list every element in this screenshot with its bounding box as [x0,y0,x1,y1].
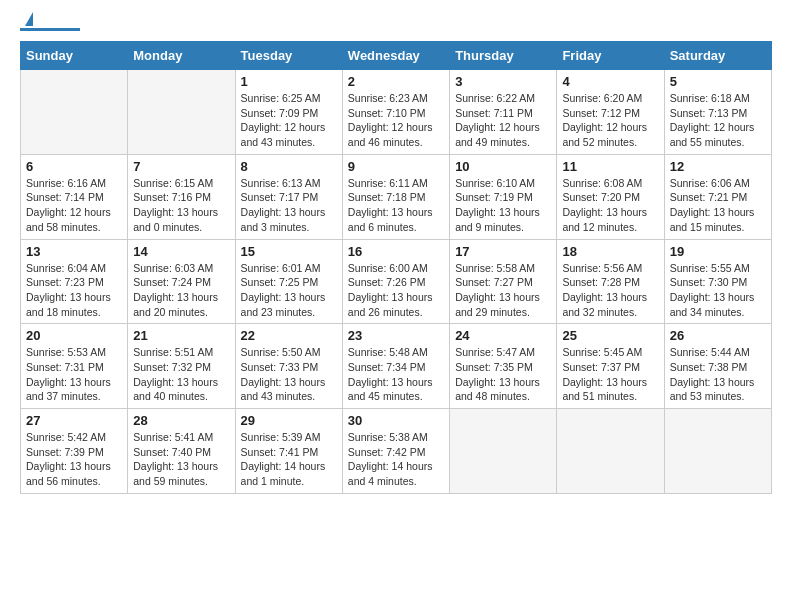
day-number: 14 [133,244,229,259]
calendar-cell: 2Sunrise: 6:23 AMSunset: 7:10 PMDaylight… [342,70,449,155]
calendar-cell: 10Sunrise: 6:10 AMSunset: 7:19 PMDayligh… [450,154,557,239]
day-number: 4 [562,74,658,89]
day-number: 17 [455,244,551,259]
day-number: 10 [455,159,551,174]
logo [20,20,80,31]
calendar-cell: 6Sunrise: 6:16 AMSunset: 7:14 PMDaylight… [21,154,128,239]
calendar-cell: 27Sunrise: 5:42 AMSunset: 7:39 PMDayligh… [21,409,128,494]
calendar-cell: 3Sunrise: 6:22 AMSunset: 7:11 PMDaylight… [450,70,557,155]
day-info: Sunrise: 5:41 AMSunset: 7:40 PMDaylight:… [133,430,229,489]
day-info: Sunrise: 6:13 AMSunset: 7:17 PMDaylight:… [241,176,337,235]
day-info: Sunrise: 5:50 AMSunset: 7:33 PMDaylight:… [241,345,337,404]
day-number: 2 [348,74,444,89]
page-header [20,20,772,31]
calendar-cell: 7Sunrise: 6:15 AMSunset: 7:16 PMDaylight… [128,154,235,239]
day-info: Sunrise: 6:01 AMSunset: 7:25 PMDaylight:… [241,261,337,320]
day-number: 22 [241,328,337,343]
day-info: Sunrise: 6:10 AMSunset: 7:19 PMDaylight:… [455,176,551,235]
calendar-cell: 20Sunrise: 5:53 AMSunset: 7:31 PMDayligh… [21,324,128,409]
day-info: Sunrise: 5:42 AMSunset: 7:39 PMDaylight:… [26,430,122,489]
weekday-header-sunday: Sunday [21,42,128,70]
calendar-cell: 14Sunrise: 6:03 AMSunset: 7:24 PMDayligh… [128,239,235,324]
calendar-cell: 11Sunrise: 6:08 AMSunset: 7:20 PMDayligh… [557,154,664,239]
calendar-week-1: 1Sunrise: 6:25 AMSunset: 7:09 PMDaylight… [21,70,772,155]
day-number: 11 [562,159,658,174]
calendar-week-5: 27Sunrise: 5:42 AMSunset: 7:39 PMDayligh… [21,409,772,494]
day-info: Sunrise: 5:51 AMSunset: 7:32 PMDaylight:… [133,345,229,404]
day-info: Sunrise: 6:16 AMSunset: 7:14 PMDaylight:… [26,176,122,235]
day-info: Sunrise: 5:47 AMSunset: 7:35 PMDaylight:… [455,345,551,404]
weekday-header-thursday: Thursday [450,42,557,70]
day-info: Sunrise: 6:22 AMSunset: 7:11 PMDaylight:… [455,91,551,150]
calendar-cell: 12Sunrise: 6:06 AMSunset: 7:21 PMDayligh… [664,154,771,239]
calendar-cell [450,409,557,494]
day-number: 18 [562,244,658,259]
calendar-cell: 26Sunrise: 5:44 AMSunset: 7:38 PMDayligh… [664,324,771,409]
calendar-cell: 9Sunrise: 6:11 AMSunset: 7:18 PMDaylight… [342,154,449,239]
calendar-cell [557,409,664,494]
day-info: Sunrise: 5:55 AMSunset: 7:30 PMDaylight:… [670,261,766,320]
calendar-cell: 13Sunrise: 6:04 AMSunset: 7:23 PMDayligh… [21,239,128,324]
day-info: Sunrise: 6:20 AMSunset: 7:12 PMDaylight:… [562,91,658,150]
day-info: Sunrise: 6:15 AMSunset: 7:16 PMDaylight:… [133,176,229,235]
day-number: 27 [26,413,122,428]
day-info: Sunrise: 6:08 AMSunset: 7:20 PMDaylight:… [562,176,658,235]
calendar-cell: 8Sunrise: 6:13 AMSunset: 7:17 PMDaylight… [235,154,342,239]
weekday-header-saturday: Saturday [664,42,771,70]
day-info: Sunrise: 6:18 AMSunset: 7:13 PMDaylight:… [670,91,766,150]
day-info: Sunrise: 5:45 AMSunset: 7:37 PMDaylight:… [562,345,658,404]
day-number: 21 [133,328,229,343]
day-info: Sunrise: 5:58 AMSunset: 7:27 PMDaylight:… [455,261,551,320]
calendar-cell: 24Sunrise: 5:47 AMSunset: 7:35 PMDayligh… [450,324,557,409]
calendar-cell: 15Sunrise: 6:01 AMSunset: 7:25 PMDayligh… [235,239,342,324]
calendar-cell [664,409,771,494]
day-number: 7 [133,159,229,174]
calendar-week-4: 20Sunrise: 5:53 AMSunset: 7:31 PMDayligh… [21,324,772,409]
day-info: Sunrise: 6:04 AMSunset: 7:23 PMDaylight:… [26,261,122,320]
logo-underline [20,28,80,31]
day-number: 15 [241,244,337,259]
day-number: 16 [348,244,444,259]
day-info: Sunrise: 5:48 AMSunset: 7:34 PMDaylight:… [348,345,444,404]
day-number: 20 [26,328,122,343]
calendar-cell: 18Sunrise: 5:56 AMSunset: 7:28 PMDayligh… [557,239,664,324]
day-number: 19 [670,244,766,259]
day-info: Sunrise: 5:38 AMSunset: 7:42 PMDaylight:… [348,430,444,489]
day-info: Sunrise: 6:06 AMSunset: 7:21 PMDaylight:… [670,176,766,235]
day-number: 29 [241,413,337,428]
calendar-cell: 17Sunrise: 5:58 AMSunset: 7:27 PMDayligh… [450,239,557,324]
calendar-cell: 4Sunrise: 6:20 AMSunset: 7:12 PMDaylight… [557,70,664,155]
day-info: Sunrise: 5:39 AMSunset: 7:41 PMDaylight:… [241,430,337,489]
calendar-week-2: 6Sunrise: 6:16 AMSunset: 7:14 PMDaylight… [21,154,772,239]
day-number: 6 [26,159,122,174]
day-info: Sunrise: 6:11 AMSunset: 7:18 PMDaylight:… [348,176,444,235]
day-info: Sunrise: 5:44 AMSunset: 7:38 PMDaylight:… [670,345,766,404]
calendar-cell: 21Sunrise: 5:51 AMSunset: 7:32 PMDayligh… [128,324,235,409]
calendar-cell: 30Sunrise: 5:38 AMSunset: 7:42 PMDayligh… [342,409,449,494]
day-number: 30 [348,413,444,428]
calendar-cell: 25Sunrise: 5:45 AMSunset: 7:37 PMDayligh… [557,324,664,409]
calendar-cell: 23Sunrise: 5:48 AMSunset: 7:34 PMDayligh… [342,324,449,409]
day-info: Sunrise: 5:56 AMSunset: 7:28 PMDaylight:… [562,261,658,320]
day-number: 1 [241,74,337,89]
calendar-cell: 29Sunrise: 5:39 AMSunset: 7:41 PMDayligh… [235,409,342,494]
weekday-header-monday: Monday [128,42,235,70]
weekday-header-wednesday: Wednesday [342,42,449,70]
calendar-cell [21,70,128,155]
day-number: 8 [241,159,337,174]
day-number: 25 [562,328,658,343]
calendar-table: SundayMondayTuesdayWednesdayThursdayFrid… [20,41,772,494]
day-number: 3 [455,74,551,89]
calendar-cell [128,70,235,155]
day-info: Sunrise: 6:00 AMSunset: 7:26 PMDaylight:… [348,261,444,320]
day-number: 28 [133,413,229,428]
day-number: 5 [670,74,766,89]
day-info: Sunrise: 5:53 AMSunset: 7:31 PMDaylight:… [26,345,122,404]
calendar-cell: 19Sunrise: 5:55 AMSunset: 7:30 PMDayligh… [664,239,771,324]
day-number: 24 [455,328,551,343]
day-number: 23 [348,328,444,343]
weekday-header-friday: Friday [557,42,664,70]
calendar-cell: 16Sunrise: 6:00 AMSunset: 7:26 PMDayligh… [342,239,449,324]
day-number: 12 [670,159,766,174]
day-number: 13 [26,244,122,259]
